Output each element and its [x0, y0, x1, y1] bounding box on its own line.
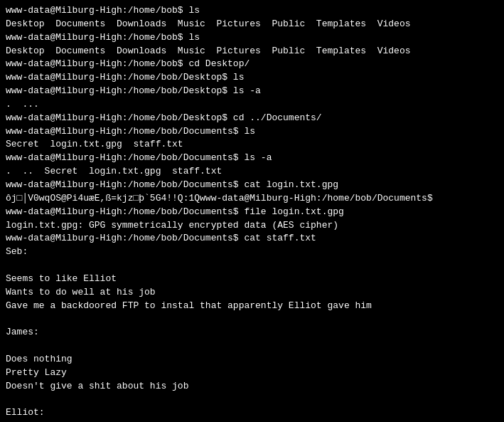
terminal-output-line: ôj□│V0wqOS@Pi4uæE,ß=kjz□þ`5G4!!Q:1Qwww-d… [6, 192, 498, 206]
terminal-prompt-line: www-data@Milburg-High:/home/bob/Document… [6, 206, 498, 219]
terminal-output-line: Seb: [6, 246, 498, 259]
terminal-prompt-line: www-data@Milburg-High:/home/bob$ ls [6, 31, 498, 45]
terminal-output-line: login.txt.gpg: GPG symmetrically encrypt… [6, 219, 498, 233]
terminal-output-line: Seems to like Elliot [6, 273, 498, 286]
terminal-prompt-line: www-data@Milburg-High:/home/bob/Document… [6, 179, 498, 192]
terminal-output-line: James: [6, 326, 498, 339]
terminal-window: www-data@Milburg-High:/home/bob$ lsDeskt… [6, 4, 498, 422]
terminal-output-line: Elliot: [6, 406, 498, 420]
terminal-output-line: Doesn't give a shit about his job [6, 380, 498, 394]
terminal-prompt-line: www-data@Milburg-High:/home/bob/Document… [6, 232, 498, 246]
terminal-output-line: Secret login.txt.gpg staff.txt [6, 138, 498, 152]
terminal-prompt-line: www-data@Milburg-High:/home/bob/Desktop$… [6, 71, 498, 85]
terminal-output-line: Desktop Documents Downloads Music Pictur… [6, 18, 498, 31]
terminal-prompt-line: www-data@Milburg-High:/home/bob/Desktop$… [6, 85, 498, 98]
terminal-output-line: . ... [6, 98, 498, 112]
terminal-output-line: Wants to do well at his job [6, 286, 498, 300]
terminal-prompt-line: www-data@Milburg-High:/home/bob/Desktop$… [6, 112, 498, 125]
terminal-output-line: . .. Secret login.txt.gpg staff.txt [6, 165, 498, 179]
terminal-prompt-line: www-data@Milburg-High:/home/bob/Document… [6, 125, 498, 139]
terminal-prompt-line: www-data@Milburg-High:/home/bob/Document… [6, 152, 498, 165]
terminal-output-line: Pretty Lazy [6, 366, 498, 380]
terminal-prompt-line: www-data@Milburg-High:/home/bob$ ls [6, 4, 498, 18]
terminal-output-line: Does nothing [6, 353, 498, 366]
terminal-output-line: Desktop Documents Downloads Music Pictur… [6, 45, 498, 58]
terminal-prompt-line: www-data@Milburg-High:/home/bob$ cd Desk… [6, 58, 498, 71]
terminal-output-line: Gave me a backdoored FTP to instal that … [6, 300, 498, 313]
